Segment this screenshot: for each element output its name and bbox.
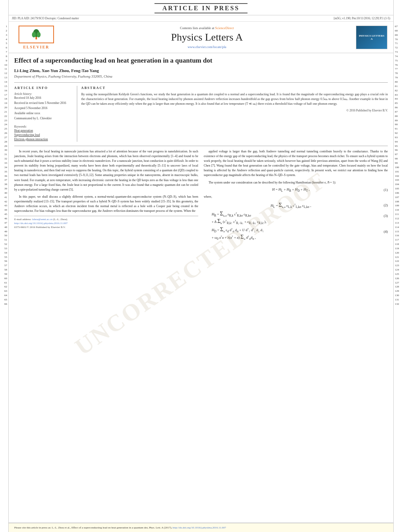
- keywords-list: Heat generation Superconducting lead Ele…: [14, 129, 73, 141]
- equation-3-content: HR = Σk,σ εR,k c†R,kσ cR,kσ + Δ Σk (c†R,…: [204, 211, 378, 225]
- line-number-left-55: 55: [0, 255, 7, 260]
- journal-url[interactable]: www.elsevier.com/locate/pla: [188, 45, 226, 49]
- footnote-email-link[interactable]: lzhou@semi.ac.cn: [32, 218, 53, 221]
- line-number-left-9: 9: [0, 59, 7, 63]
- abstract-col: ABSTRACT By using the nonequilibrium Kel…: [81, 86, 388, 142]
- line-number-right-104: 104: [395, 182, 402, 187]
- line-number-left-51: 51: [0, 238, 7, 242]
- line-number-right-90: 90: [395, 122, 402, 127]
- citation-text: Please cite this article in press as: L.…: [14, 526, 172, 529]
- elsevier-logo-box: [19, 26, 54, 43]
- footnote-email-label: E-mail address:: [14, 218, 32, 221]
- line-number-right-110: 110: [395, 208, 402, 212]
- line-number-left-31: 31: [0, 152, 7, 157]
- line-number-right-98: 98: [395, 157, 402, 161]
- line-number-left-21: 21: [0, 110, 7, 114]
- line-number-right-131: 131: [395, 298, 402, 302]
- line-number-left-28: 28: [0, 140, 7, 144]
- received-date: Received 10 July 2016: [14, 96, 73, 100]
- line-number-right-94: 94: [395, 140, 402, 144]
- equation-2-content: HL = Σk,σ εL,k c†L,kσ cL,kσ ,: [204, 202, 378, 209]
- line-number-left-27: 27: [0, 135, 7, 140]
- line-number-left-5: 5: [0, 41, 7, 46]
- line-numbers-left: 1234567891011121314151617181920212223242…: [0, 0, 9, 532]
- elsevier-text: ELSEVIER: [23, 45, 50, 49]
- line-number-left-41: 41: [0, 195, 7, 200]
- equation-3-block: HR = Σk,σ εR,k c†R,kσ cR,kσ + Δ Σk (c†R,…: [204, 211, 388, 225]
- journal-title: Physics Letters A: [171, 32, 243, 43]
- elsevier-tree-icon: [30, 28, 42, 40]
- journal-header-right: PHYSICS LETTERS A: [354, 24, 389, 50]
- line-number-left-57: 57: [0, 263, 7, 268]
- line-number-right-87: 87: [395, 110, 402, 114]
- body-col-right: applied voltage is larger than the gap, …: [204, 149, 388, 242]
- keyword-heat-generation[interactable]: Heat generation: [14, 129, 73, 132]
- line-number-right-128: 128: [395, 285, 402, 289]
- line-number-left-37: 37: [0, 178, 7, 182]
- equation-1-block: H = HL + HR + HD + HT , (1): [204, 187, 388, 193]
- line-number-right-123: 123: [395, 263, 402, 268]
- line-number-right-91: 91: [395, 127, 402, 131]
- line-number-left-2: 2: [0, 29, 7, 33]
- line-number-right-85: 85: [395, 101, 402, 106]
- line-number-right-79: 79: [395, 76, 402, 80]
- line-number-right-101: 101: [395, 170, 402, 174]
- line-number-right-76: 76: [395, 63, 402, 67]
- communicated-by: Communicated by L. Chivekler: [14, 117, 73, 120]
- line-number-left-65: 65: [0, 298, 7, 302]
- line-number-left-33: 33: [0, 161, 7, 165]
- citation-link[interactable]: http://dx.doi.org/10.1016/j.physleta.201…: [173, 526, 226, 529]
- line-number-left-48: 48: [0, 225, 7, 230]
- article-title: Effect of a superconducting lead on heat…: [14, 56, 388, 65]
- line-number-left-6: 6: [0, 46, 7, 50]
- line-number-left-14: 14: [0, 80, 7, 84]
- line-number-left-66: 66: [0, 302, 7, 306]
- line-number-left-36: 36: [0, 174, 7, 178]
- line-number-left-15: 15: [0, 84, 7, 89]
- line-number-right-125: 125: [395, 272, 402, 276]
- article-affiliation: Department of Physics, Fuzhong Universit…: [14, 74, 388, 78]
- line-number-right-68: 68: [395, 29, 402, 33]
- line-number-left-40: 40: [0, 191, 7, 195]
- line-number-right-88: 88: [395, 114, 402, 119]
- journal-header: ELSEVIER Contents lists available at Sci…: [9, 22, 393, 53]
- line-number-right-93: 93: [395, 135, 402, 140]
- line-number-right-124: 124: [395, 268, 402, 272]
- line-number-left-11: 11: [0, 67, 7, 71]
- keyword-electron-phonon[interactable]: Electron–phonon interaction: [14, 137, 73, 141]
- journal-logo-box: PHYSICS LETTERS A: [356, 26, 387, 49]
- footnote-email-name: (L.-L. Zhou).: [53, 218, 68, 221]
- line-number-left-4: 4: [0, 37, 7, 42]
- sciencedirect-text: Contents lists available at ScienceDirec…: [180, 26, 234, 30]
- line-number-right-130: 130: [395, 293, 402, 298]
- keyword-superconducting-lead[interactable]: Superconducting lead: [14, 133, 73, 137]
- line-number-right-113: 113: [395, 221, 402, 225]
- keywords-label: Keywords:: [14, 125, 73, 128]
- journal-header-center: Contents lists available at ScienceDirec…: [60, 24, 354, 50]
- sciencedirect-link[interactable]: ScienceDirect: [215, 26, 234, 30]
- equation-4-block: HD = Σσ εd d†σ dσ + U d†↑ d†↓ d↓ d↑ + ω0…: [204, 226, 388, 241]
- equation-2-number: (2): [378, 203, 388, 207]
- line-number-right-106: 106: [395, 191, 402, 195]
- line-number-left-10: 10: [0, 63, 7, 67]
- article-authors: Li-Ling Zhou, Xue-Yun Zhou, Feng-Tao Yan…: [14, 68, 388, 73]
- line-number-right-80: 80: [395, 80, 402, 84]
- top-meta-bar: JID: PLA AID: 24179/SCO Doctopic: Conden…: [9, 15, 393, 22]
- meta-right: [m5G; v1.190; Pm:10/11/2016; 12:29] P.1 …: [334, 17, 390, 20]
- body-text-columns: In recent years, the local heating in na…: [14, 146, 388, 242]
- line-number-right-67: 67: [395, 24, 402, 29]
- line-number-left-7: 7: [0, 50, 7, 54]
- line-number-right-112: 112: [395, 217, 402, 221]
- article-info-abstract-section: ARTICLE INFO Article history: Received 1…: [14, 82, 388, 142]
- line-number-left-16: 16: [0, 89, 7, 93]
- available-online: Available online xxxx: [14, 111, 73, 115]
- line-number-right-103: 103: [395, 178, 402, 182]
- line-number-right-89: 89: [395, 119, 402, 123]
- line-number-left-24: 24: [0, 122, 7, 127]
- line-number-left-23: 23: [0, 119, 7, 123]
- line-number-left-62: 62: [0, 285, 7, 289]
- history-label: Article history:: [14, 92, 73, 96]
- footnote-email: E-mail address: lzhou@semi.ac.cn (L.-L. …: [14, 218, 198, 222]
- equation-2-block: HL = Σk,σ εL,k c†L,kσ cL,kσ , (2): [204, 202, 388, 209]
- footnote-doi-link[interactable]: http://dx.doi.org/10.1016/j.physleta.201…: [14, 222, 68, 225]
